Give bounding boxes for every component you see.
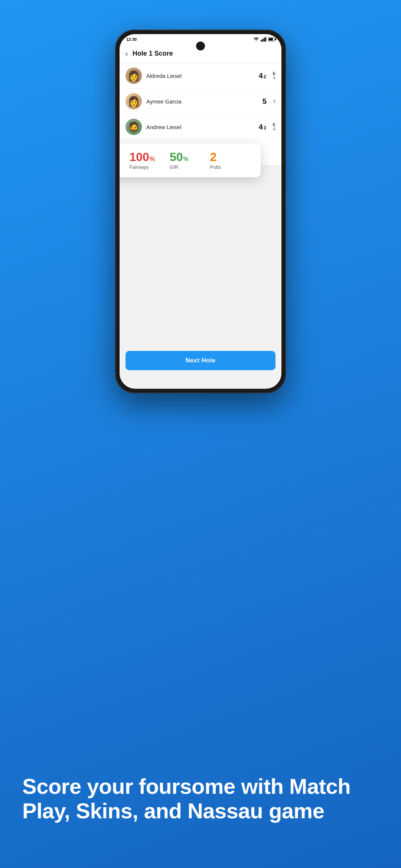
score-detail: E 4: [273, 122, 276, 131]
player-score: 4 2: [259, 72, 266, 80]
player-name: Aldreda Liesel: [146, 73, 254, 79]
phone-frame: 12:30: [115, 30, 286, 393]
svg-rect-3: [265, 37, 266, 42]
stat-score: 4 Score: [120, 151, 130, 170]
screen-title: Hole 1 Score: [133, 50, 173, 57]
stat-putts: 2 Putts: [210, 151, 251, 170]
fairways-percent: %: [150, 156, 155, 162]
gir-label: GIR: [170, 164, 178, 170]
stat-gir: 50 % GIR: [170, 151, 210, 170]
player-name: Aymee Garcia: [146, 98, 258, 105]
marketing-headline: Score your foursome with Match Play, Ski…: [22, 774, 379, 823]
status-icons: [253, 37, 275, 42]
phone-notch: [196, 42, 205, 50]
battery-icon: [268, 37, 275, 41]
avatar: 👩: [125, 93, 142, 109]
svg-rect-0: [261, 40, 262, 42]
score-detail: 5: [273, 99, 276, 103]
svg-rect-1: [262, 39, 263, 42]
back-button[interactable]: ‹: [125, 49, 128, 58]
signal-icon: [261, 37, 267, 42]
table-row[interactable]: 👩 Aldreda Liesel 4 2 E 4: [120, 63, 281, 89]
score-detail: E 4: [273, 71, 276, 80]
stat-fairways: 100 % Fairways: [130, 151, 170, 170]
fairways-value: 100: [130, 151, 149, 163]
player-name: Andrew Liesel: [146, 124, 254, 130]
putts-value: 2: [210, 151, 217, 163]
table-row[interactable]: 👩 Aymee Garcia 5 5: [120, 89, 281, 114]
gir-percent: %: [183, 156, 189, 162]
fairways-label: Fairways: [130, 164, 149, 170]
table-row[interactable]: 🧔 Andrew Liesel 4 3 E 4: [120, 114, 281, 140]
status-time: 12:30: [126, 37, 137, 42]
player-score: 5: [263, 97, 267, 106]
putts-label: Putts: [210, 164, 221, 170]
marketing-section: Score your foursome with Match Play, Ski…: [22, 774, 379, 823]
next-hole-button[interactable]: Next Hole: [125, 351, 276, 370]
wifi-icon: [253, 37, 259, 42]
avatar: 🧔: [125, 119, 142, 135]
avatar: 👩: [125, 68, 142, 84]
stats-card: 4 Score 100 % Fairways 50 % GIR: [120, 144, 261, 177]
svg-rect-2: [264, 38, 265, 42]
player-score: 4 3: [259, 123, 266, 131]
gir-value: 50: [170, 151, 183, 163]
